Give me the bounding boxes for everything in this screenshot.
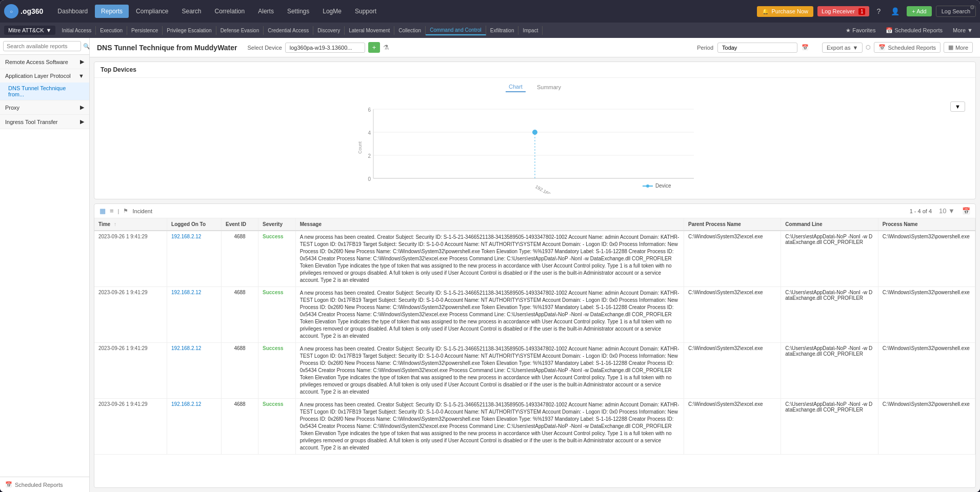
svg-text:4: 4	[368, 130, 371, 136]
cell-message: A new process has been created. Creator …	[295, 399, 684, 455]
calendar-table-icon[interactable]: 📅	[962, 207, 970, 215]
more-button[interactable]: More ▼	[950, 26, 976, 35]
tactic-execution[interactable]: Execution	[96, 26, 127, 35]
col-process-name[interactable]: Process Name	[878, 218, 975, 231]
tactic-command-and-control[interactable]: Command and Control	[426, 26, 486, 35]
export-dropdown-icon: ▼	[852, 45, 858, 51]
app-name: .og360	[21, 7, 43, 15]
cell-message: A new process has been created. Creator …	[295, 231, 684, 287]
chart-title: Top Devices	[101, 66, 136, 73]
sidebar-group-header-app-layer[interactable]: Application Layer Protocol ▼	[0, 69, 89, 83]
nav-correlation[interactable]: Correlation	[209, 5, 251, 18]
mitre-dropdown-icon: ▼	[46, 27, 51, 33]
cell-severity: Success	[258, 399, 296, 455]
app-logo[interactable]: ○ .og360	[4, 4, 43, 18]
nav-reports[interactable]: Reports	[95, 5, 129, 18]
share-icon[interactable]: ⬡	[866, 44, 871, 51]
chevron-right-icon-ingress: ▶	[80, 118, 84, 125]
sidebar: 🔍 Remote Access Software ▶ Application L…	[0, 38, 90, 492]
tactic-privilege-escalation[interactable]: Privilege Escalation	[163, 26, 216, 35]
sidebar-footer[interactable]: 📅 Scheduled Reports	[0, 477, 89, 492]
favorites-button[interactable]: ★ Favorites	[843, 26, 878, 35]
nav-support[interactable]: Support	[349, 5, 383, 18]
tactic-discovery[interactable]: Discovery	[313, 26, 345, 35]
device-input[interactable]	[285, 43, 365, 53]
cell-command-line: C:\Users\estAppData\-NoP -NonI -w DataEx…	[781, 287, 878, 343]
search-input[interactable]	[3, 41, 81, 51]
cell-process-name: C:\Windows\System32\powershell.exe	[878, 399, 975, 455]
search-icon: 🔍	[83, 43, 90, 50]
log-receiver-button[interactable]: Log Receiver 1	[817, 6, 869, 16]
chart-dropdown-button[interactable]: ▼	[950, 101, 965, 112]
col-message[interactable]: Message	[295, 218, 684, 231]
add-button[interactable]: + Add	[907, 6, 931, 16]
cell-time: 2023-09-26 1 9:41:29	[94, 287, 167, 343]
sidebar-item-dns-tunnel[interactable]: DNS Tunnel Technique from...	[0, 83, 89, 100]
device-label: Select Device	[248, 45, 282, 51]
col-logged-on-to[interactable]: Logged On To	[167, 218, 222, 231]
content-panel: DNS Tunnel Technique from MuddyWater Sel…	[90, 38, 980, 492]
scheduled-header-button[interactable]: 📅 Scheduled Reports	[874, 42, 941, 53]
page-size-selector[interactable]: 10 ▼	[939, 207, 955, 215]
export-button[interactable]: Export as ▼	[822, 43, 863, 53]
table-section: ▦ ≡ | ⚑ Incident 1 - 4 of 4 10 ▼ 📅 Ti	[94, 203, 976, 488]
help-icon[interactable]: ?	[873, 5, 884, 17]
chevron-right-icon-proxy: ▶	[80, 104, 84, 111]
tactic-defense-evasion[interactable]: Defense Evasion	[216, 26, 264, 35]
table-container: Time ↑ Logged On To Event ID	[94, 218, 975, 487]
tactic-lateral-movement[interactable]: Lateral Movement	[345, 26, 394, 35]
nav-logme[interactable]: LogMe	[316, 5, 348, 18]
nav-dashboard[interactable]: Dashboard	[51, 5, 94, 18]
list-view-icon[interactable]: ≡	[110, 207, 114, 215]
cell-ip: 192.168.2.12	[167, 231, 222, 287]
tab-summary[interactable]: Summary	[534, 83, 564, 92]
chart-tabs: Chart Summary	[94, 78, 975, 96]
col-time[interactable]: Time ↑	[94, 218, 167, 231]
sidebar-group-header-proxy[interactable]: Proxy ▶	[0, 100, 89, 114]
col-severity[interactable]: Severity	[258, 218, 296, 231]
scheduled-reports-button[interactable]: 📅 Scheduled Reports	[883, 26, 946, 35]
mitre-label[interactable]: Mitre ATT&CK ▼	[4, 26, 55, 35]
col-command-line[interactable]: Command Line	[781, 218, 878, 231]
cell-message: A new process has been created. Creator …	[295, 343, 684, 399]
nav-search[interactable]: Search	[175, 5, 207, 18]
table-record-info: 1 - 4 of 4	[910, 208, 932, 214]
separator: |	[118, 208, 119, 214]
tab-chart[interactable]: Chart	[506, 82, 526, 92]
tactic-persistence[interactable]: Persistence	[127, 26, 163, 35]
nav-settings[interactable]: Settings	[281, 5, 315, 18]
sidebar-group-proxy: Proxy ▶	[0, 100, 89, 115]
tactic-initial-access[interactable]: Initial Access	[57, 26, 96, 35]
period-input[interactable]	[717, 43, 797, 53]
top-right-actions: 🔔 Purchase Now Log Receiver 1 ? 👤 + Add …	[757, 5, 976, 17]
chart-header: Top Devices ⚙	[94, 62, 975, 78]
tactic-impact[interactable]: Impact	[518, 26, 543, 35]
more-header-icon: ▦	[948, 44, 953, 51]
purchase-now-button[interactable]: 🔔 Purchase Now	[757, 6, 813, 17]
col-event-id[interactable]: Event ID	[222, 218, 258, 231]
svg-text:Count: Count	[357, 141, 363, 154]
grid-view-icon[interactable]: ▦	[99, 207, 106, 215]
svg-point-15	[646, 184, 649, 188]
cell-event-id: 4688	[222, 287, 258, 343]
col-parent-process[interactable]: Parent Process Name	[684, 218, 781, 231]
table-toolbar: ▦ ≡ | ⚑ Incident 1 - 4 of 4 10 ▼ 📅	[94, 204, 975, 218]
sidebar-group-header-remote-access[interactable]: Remote Access Software ▶	[0, 55, 89, 69]
logo-icon: ○	[4, 4, 18, 18]
chart-dropdown: ▼	[950, 101, 965, 112]
svg-text:2: 2	[368, 153, 371, 159]
user-icon[interactable]: 👤	[888, 5, 903, 17]
svg-text:Device: Device	[655, 183, 671, 189]
tactic-collection[interactable]: Collection	[394, 26, 426, 35]
calendar-period-icon[interactable]: 📅	[802, 44, 809, 51]
tactic-exfiltration[interactable]: Exfiltration	[486, 26, 519, 35]
add-device-button[interactable]: +	[368, 42, 381, 53]
nav-compliance[interactable]: Compliance	[130, 5, 174, 18]
sidebar-group-header-ingress[interactable]: Ingress Tool Transfer ▶	[0, 115, 89, 129]
tactic-credential-access[interactable]: Credential Access	[264, 26, 313, 35]
cell-parent-process: C:\Windows\System32\excel.exe	[684, 343, 781, 399]
filter-icon[interactable]: ⚗	[383, 44, 389, 51]
calendar-footer-icon: 📅	[5, 481, 12, 488]
more-header-button[interactable]: ▦ More	[944, 42, 973, 53]
nav-alerts[interactable]: Alerts	[252, 5, 280, 18]
